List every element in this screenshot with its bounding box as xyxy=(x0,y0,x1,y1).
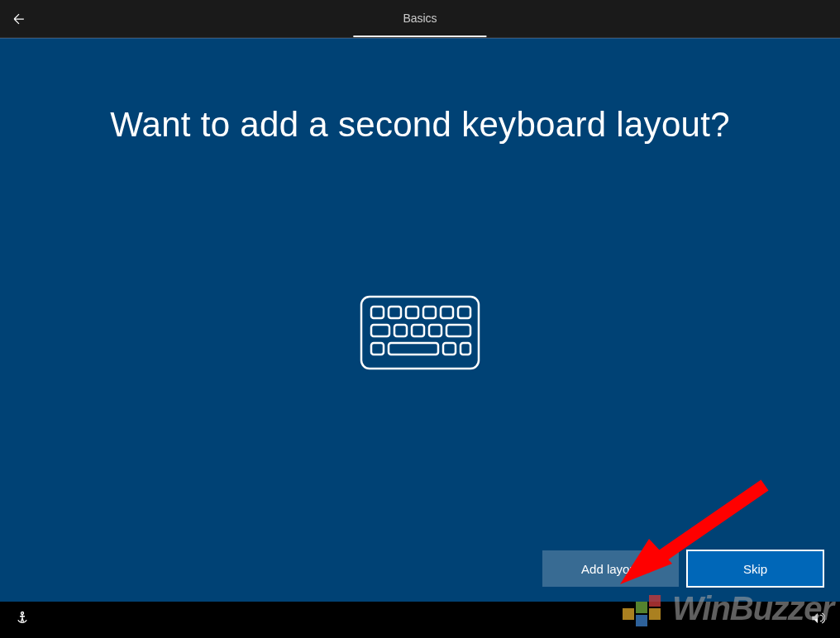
arrow-left-icon xyxy=(11,11,27,27)
svg-rect-13 xyxy=(389,343,438,355)
svg-rect-7 xyxy=(371,325,389,336)
svg-rect-1 xyxy=(371,307,384,318)
main-content: Want to add a second keyboard layout? xyxy=(0,38,840,602)
back-button[interactable] xyxy=(0,0,38,38)
add-layout-label: Add layout xyxy=(581,562,640,576)
svg-point-18 xyxy=(21,612,24,615)
svg-rect-5 xyxy=(441,307,453,318)
tabs-container: Basics xyxy=(353,0,486,37)
skip-button[interactable]: Skip xyxy=(687,550,823,587)
svg-rect-15 xyxy=(461,343,470,355)
svg-rect-10 xyxy=(429,325,441,336)
tab-label: Basics xyxy=(403,12,437,25)
svg-rect-8 xyxy=(394,325,407,336)
accessibility-button[interactable] xyxy=(15,611,30,629)
svg-rect-12 xyxy=(371,343,384,355)
page-title: Want to add a second keyboard layout? xyxy=(110,105,730,145)
svg-rect-3 xyxy=(406,307,418,318)
button-row: Add layout Skip xyxy=(542,550,823,587)
accessibility-icon xyxy=(15,611,30,626)
svg-rect-9 xyxy=(412,325,424,336)
volume-icon xyxy=(810,611,825,626)
header-bar: Basics xyxy=(0,0,840,38)
tab-basics[interactable]: Basics xyxy=(353,0,486,37)
svg-rect-14 xyxy=(443,343,456,355)
volume-button[interactable] xyxy=(810,611,825,629)
keyboard-icon xyxy=(358,293,482,375)
svg-rect-4 xyxy=(423,307,436,318)
svg-rect-2 xyxy=(389,307,401,318)
add-layout-button[interactable]: Add layout xyxy=(542,550,679,587)
svg-rect-11 xyxy=(446,325,470,336)
skip-label: Skip xyxy=(743,562,767,576)
svg-rect-6 xyxy=(458,307,470,318)
footer-bar xyxy=(0,602,840,638)
